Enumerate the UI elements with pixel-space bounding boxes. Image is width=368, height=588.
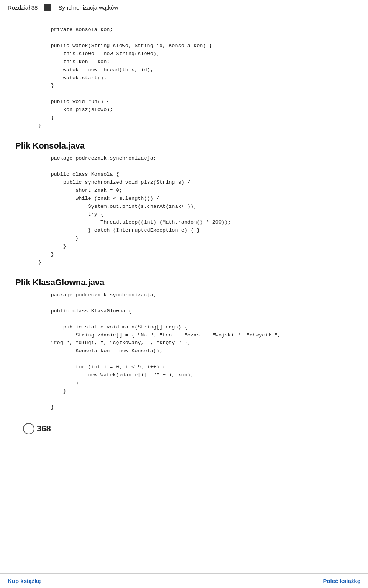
section-heading-2: Plik KlasaGlowna.java — [15, 278, 353, 287]
code-block-3: package podrecznik.synchronizacja; publi… — [38, 291, 353, 412]
section-heading-1: Plik Konsola.java — [15, 141, 353, 151]
code-block-1: private Konsola kon; public Watek(String… — [38, 26, 353, 130]
chapter-label: Rozdział 38 — [8, 4, 38, 11]
chapter-title: Synchronizacja wątków — [58, 4, 118, 11]
page-number: 368 — [37, 424, 51, 434]
page-header: Rozdział 38 Synchronizacja wątków — [0, 0, 368, 15]
buy-book-link[interactable]: Kup książkę — [8, 578, 41, 584]
main-content: private Konsola kon; public Watek(String… — [0, 15, 368, 465]
page-circle-icon — [23, 423, 34, 434]
page-number-area: 368 — [23, 423, 353, 434]
page-footer: Kup książkę Poleć książkę — [0, 573, 368, 588]
recommend-book-link[interactable]: Poleć książkę — [323, 578, 360, 584]
separator-icon — [44, 4, 51, 11]
code-block-2: package podrecznik.synchronizacja; publi… — [38, 155, 353, 267]
